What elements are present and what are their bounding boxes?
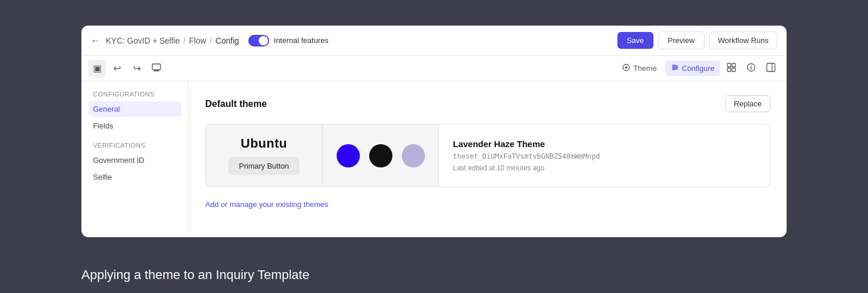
second-toolbar: ▣ ↩ ↪ (81, 56, 787, 81)
svg-point-5 (625, 66, 627, 69)
theme-colors-preview (322, 124, 438, 187)
breadcrumb-sep1: / (183, 36, 185, 45)
main-content: Default theme Replace Ubuntu Primary But… (189, 81, 787, 237)
redo-button[interactable]: ↪ (128, 60, 145, 77)
undo-icon: ↩ (113, 63, 121, 74)
breadcrumb-config[interactable]: Config (216, 36, 239, 45)
sidebar-toggle-button[interactable]: ▣ (88, 60, 106, 77)
replace-button[interactable]: Replace (725, 95, 770, 112)
svg-rect-13 (732, 63, 735, 67)
sidebar-item-government-id[interactable]: Government ID (88, 152, 181, 168)
configure-tab[interactable]: Configure (665, 60, 720, 76)
svg-point-18 (751, 65, 752, 66)
breadcrumb-flow[interactable]: Flow (189, 36, 206, 45)
configure-tab-icon (671, 63, 679, 73)
verifications-section-label: Verifications (88, 142, 181, 149)
grid-icon (727, 63, 736, 74)
breadcrumb-sep2: / (210, 36, 212, 45)
sidebar-item-fields[interactable]: Fields (88, 118, 181, 134)
primary-button-preview: Primary Button (228, 157, 299, 175)
svg-rect-14 (727, 68, 731, 72)
breadcrumb-project[interactable]: KYC: GovID + Selfie (106, 36, 180, 45)
manage-themes-link[interactable]: Add or manage your existing themes (205, 200, 328, 209)
svg-rect-12 (727, 63, 731, 67)
undo-button[interactable]: ↩ (108, 60, 126, 77)
internal-features-toggle[interactable] (248, 35, 269, 47)
svg-point-11 (673, 69, 674, 70)
theme-name: Lavender Haze Theme (453, 139, 756, 149)
color-swatch (369, 144, 392, 167)
default-theme-header: Default theme Replace (205, 95, 770, 112)
theme-tab-label: Theme (633, 64, 656, 73)
sidebar-item-general[interactable]: General (88, 101, 181, 117)
sidebar-toggle-icon: ▣ (93, 63, 102, 74)
theme-font-preview: Ubuntu Primary Button (206, 124, 322, 187)
desktop-view-button[interactable] (148, 60, 165, 77)
toolbar-left: ▣ ↩ ↪ (88, 60, 165, 77)
content-area: Configurations General Fields Verificati… (81, 81, 787, 237)
top-nav: ← KYC: GovID + Selfie / Flow / Config In… (81, 26, 787, 56)
svg-rect-19 (767, 63, 775, 72)
internal-features-toggle-container: Internal features (248, 35, 328, 47)
sidebar-item-selfie[interactable]: Selfie (88, 169, 181, 185)
back-button[interactable]: ← (91, 35, 100, 46)
theme-tab-icon (622, 63, 630, 73)
panel-icon (766, 63, 776, 74)
info-button[interactable] (742, 60, 760, 77)
panel-button[interactable] (762, 60, 780, 77)
configure-tab-label: Configure (682, 64, 715, 73)
redo-icon: ↪ (133, 63, 141, 74)
bottom-caption: Applying a theme to an Inquiry Template (81, 267, 309, 283)
preview-button[interactable]: Preview (658, 31, 705, 49)
default-theme-title: Default theme (205, 99, 267, 109)
info-icon (746, 63, 756, 74)
theme-font-name: Ubuntu (241, 136, 287, 151)
theme-tab[interactable]: Theme (616, 60, 662, 76)
svg-point-9 (673, 65, 674, 67)
theme-id: theset_DiUMxFaTVsmtvbGNBZ548mWmMnpd (453, 152, 756, 160)
grid-button[interactable] (723, 60, 740, 77)
theme-edited: Last edited at 10 minutes ago (453, 164, 756, 172)
configurations-section-label: Configurations (88, 91, 181, 98)
internal-features-label: Internal features (274, 36, 328, 45)
svg-rect-15 (732, 68, 735, 72)
theme-preview-card: Ubuntu Primary Button Lavender Haze Them… (205, 124, 770, 187)
svg-point-10 (675, 67, 677, 69)
color-swatch (337, 144, 360, 167)
sidebar: Configurations General Fields Verificati… (81, 81, 189, 237)
svg-rect-0 (152, 64, 160, 70)
toolbar-right: Theme Configure (616, 60, 780, 77)
color-swatch (402, 144, 425, 167)
workflow-runs-button[interactable]: Workflow Runs (709, 31, 777, 49)
main-card: ← KYC: GovID + Selfie / Flow / Config In… (81, 26, 787, 237)
nav-actions: Save Preview Workflow Runs (617, 31, 777, 49)
breadcrumb: KYC: GovID + Selfie / Flow / Config (106, 36, 239, 45)
theme-info: Lavender Haze Theme theset_DiUMxFaTVsmtv… (438, 124, 770, 187)
desktop-icon (152, 63, 161, 74)
save-button[interactable]: Save (617, 32, 653, 49)
